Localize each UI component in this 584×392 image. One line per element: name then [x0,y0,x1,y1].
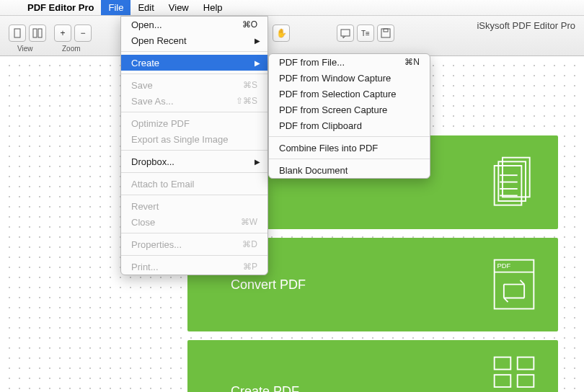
menu-item-label: PDF from Screen Capture [279,104,387,115]
save-icon[interactable] [377,24,394,42]
file-menu-item[interactable]: Open Recent▶ [121,32,267,48]
create-menu-separator [269,136,430,137]
window-title: iSkysoft PDF Editor Pro [477,20,575,31]
note-icon[interactable] [337,24,354,42]
svg-rect-21 [518,375,534,388]
file-menu-separator [121,74,267,74]
menu-item-label: Save As... [131,96,174,107]
file-menu-item: Export as Single Image [121,131,267,147]
menu-item-label: Combine Files into PDF [279,143,378,153]
menu-item-label: Open Recent [131,35,187,46]
system-menubar: PDF Editor Pro File Edit View Help [0,0,584,16]
app-toolbar: iSkysoft PDF Editor Pro View + − Zoom ✋ … [0,16,584,56]
menu-item-label: Revert [131,201,159,212]
file-menu-item[interactable]: Dropbox...▶ [121,153,267,169]
file-menu-item: Optimize PDF [121,115,267,131]
file-menu-item: Properties...⌘D [121,236,267,252]
zoom-out-icon[interactable]: − [74,24,92,42]
menu-item-label: Save [131,80,153,91]
menu-item-label: PDF from Window Capture [279,73,391,84]
menubar-edit[interactable]: Edit [130,0,161,15]
menu-item-shortcut: ⌘O [242,19,257,30]
svg-rect-19 [518,357,534,370]
create-menu-item[interactable]: PDF from Clipboard [269,117,430,133]
file-menu: Open...⌘OOpen Recent▶Create▶Save⌘SSave A… [120,16,268,275]
menubar-help[interactable]: Help [196,0,230,15]
create-menu-separator [269,159,430,159]
create-menu-item[interactable]: Combine Files into PDF [269,140,430,156]
menu-item-shortcut: ⌘P [243,262,257,272]
file-menu-item[interactable]: Open...⌘O [121,17,267,32]
create-menu-item[interactable]: PDF from File...⌘N [269,54,430,70]
menubar-view[interactable]: View [162,0,196,15]
svg-rect-20 [495,375,511,388]
file-menu-item: Close⌘W [121,214,267,230]
file-menu-item: Save⌘S [121,77,267,93]
submenu-arrow-icon: ▶ [255,37,260,45]
submenu-arrow-icon: ▶ [255,158,260,166]
menu-item-shortcut: ⌘D [242,239,257,249]
app-name[interactable]: PDF Editor Pro [20,2,101,13]
file-menu-item[interactable]: Create▶ [121,55,267,71]
file-menu-item: Save As...⇧⌘S [121,93,267,109]
create-menu-item[interactable]: PDF from Selection Capture [269,86,430,102]
toolbar-zoom-group: + − [54,24,92,42]
file-menu-item: Attach to Email [121,176,267,192]
create-menu-item[interactable]: Blank Document [269,162,430,178]
file-menu-separator [121,172,267,173]
file-menu-separator [121,255,267,256]
single-page-icon[interactable] [9,24,26,42]
svg-rect-5 [384,29,388,32]
toolbar-tools-group: T≡ [337,24,394,42]
file-menu-separator [121,195,267,195]
view-caption: View [17,45,33,53]
zoom-caption: Zoom [62,45,81,53]
file-menu-separator [121,233,267,233]
file-menu-separator [121,112,267,112]
document-stack-icon [490,153,538,211]
menu-item-label: Properties... [131,239,182,250]
menu-item-shortcut: ⌘S [243,80,257,90]
convert-icon: PDF [490,256,538,313]
file-menu-separator [121,51,267,52]
menubar-file[interactable]: File [101,0,130,15]
toolbar-view-group [9,24,46,42]
zoom-in-icon[interactable]: + [54,24,71,42]
svg-rect-0 [14,29,20,37]
menu-item-label: Open... [131,19,162,30]
svg-rect-2 [38,29,42,37]
card-create-pdf[interactable]: Create PDF [187,340,558,392]
menu-item-label: Export as Single Image [131,134,228,145]
svg-rect-18 [495,357,511,370]
menu-item-label: PDF from File... [279,57,345,68]
card-title: Convert PDF [231,277,306,293]
two-page-icon[interactable] [29,24,46,42]
create-menu-item[interactable]: PDF from Window Capture [269,70,430,86]
svg-rect-4 [381,29,390,37]
card-title: Create PDF [231,384,299,392]
grid-icon [490,342,538,392]
menu-item-shortcut: ⌘W [241,217,257,227]
menu-item-shortcut: ⇧⌘S [236,96,257,106]
menu-item-label: Optimize PDF [131,118,190,129]
menu-item-label: PDF from Selection Capture [279,89,397,99]
create-submenu: PDF from File...⌘NPDF from Window Captur… [268,53,430,179]
hand-icon[interactable]: ✋ [273,24,290,42]
submenu-arrow-icon: ▶ [255,59,260,67]
svg-rect-3 [341,30,350,36]
menu-item-label: Close [131,217,155,228]
menu-item-label: Blank Document [279,165,348,176]
toolbar-hand-group: ✋ [273,24,290,42]
svg-text:PDF: PDF [497,262,510,270]
menu-item-label: Attach to Email [131,179,194,190]
file-menu-item: Print...⌘P [121,259,267,275]
svg-rect-1 [33,29,37,37]
menu-item-label: Print... [131,262,159,272]
file-menu-item: Revert [121,198,267,214]
menu-item-label: Dropbox... [131,156,174,167]
menu-item-label: PDF from Clipboard [279,120,362,131]
create-menu-item[interactable]: PDF from Screen Capture [269,102,430,117]
menu-item-shortcut: ⌘N [404,57,420,67]
menu-item-label: Create [131,58,159,68]
text-edit-icon[interactable]: T≡ [357,24,374,42]
